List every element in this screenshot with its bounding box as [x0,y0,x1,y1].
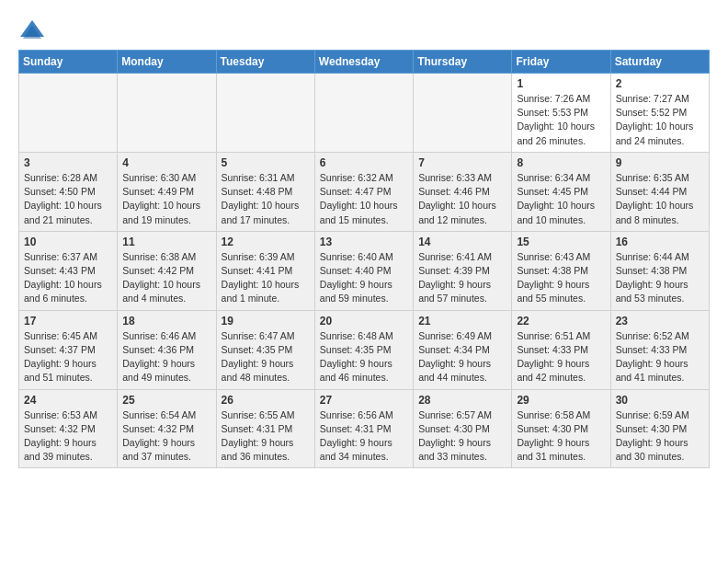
day-number: 17 [24,315,112,327]
calendar-cell: 8Sunrise: 6:34 AM Sunset: 4:45 PM Daylig… [512,152,610,231]
day-info: Sunrise: 6:33 AM Sunset: 4:46 PM Dayligh… [418,171,506,227]
calendar-cell: 4Sunrise: 6:30 AM Sunset: 4:49 PM Daylig… [118,152,216,231]
day-number: 20 [320,315,408,327]
calendar-cell: 30Sunrise: 6:59 AM Sunset: 4:30 PM Dayli… [610,389,709,468]
day-number: 2 [616,77,704,90]
calendar-cell: 7Sunrise: 6:33 AM Sunset: 4:46 PM Daylig… [414,152,512,231]
day-number: 13 [320,236,408,248]
calendar-table: SundayMondayTuesdayWednesdayThursdayFrid… [18,50,710,468]
day-info: Sunrise: 6:30 AM Sunset: 4:49 PM Dayligh… [122,171,210,227]
logo [18,18,50,40]
weekday-header: Tuesday [216,51,314,74]
day-info: Sunrise: 6:37 AM Sunset: 4:43 PM Dayligh… [24,250,112,306]
day-number: 29 [517,394,605,407]
day-number: 18 [122,315,210,327]
page-header [18,18,710,40]
day-info: Sunrise: 6:39 AM Sunset: 4:41 PM Dayligh… [222,250,310,306]
day-info: Sunrise: 6:43 AM Sunset: 4:38 PM Dayligh… [517,250,605,306]
calendar-cell: 28Sunrise: 6:57 AM Sunset: 4:30 PM Dayli… [414,389,512,468]
weekday-header: Monday [118,51,216,74]
day-number: 3 [24,156,112,169]
day-number: 7 [418,156,506,169]
calendar-cell: 26Sunrise: 6:55 AM Sunset: 4:31 PM Dayli… [216,389,314,468]
day-info: Sunrise: 6:34 AM Sunset: 4:45 PM Dayligh… [517,171,605,227]
day-info: Sunrise: 6:59 AM Sunset: 4:30 PM Dayligh… [616,408,704,465]
calendar-cell: 3Sunrise: 6:28 AM Sunset: 4:50 PM Daylig… [19,152,118,231]
calendar-cell: 6Sunrise: 6:32 AM Sunset: 4:47 PM Daylig… [314,152,413,231]
day-info: Sunrise: 6:49 AM Sunset: 4:34 PM Dayligh… [418,329,506,385]
day-info: Sunrise: 6:41 AM Sunset: 4:39 PM Dayligh… [418,250,506,306]
day-info: Sunrise: 6:51 AM Sunset: 4:33 PM Dayligh… [517,329,605,385]
day-number: 9 [616,156,704,169]
day-info: Sunrise: 6:56 AM Sunset: 4:31 PM Dayligh… [320,408,408,465]
day-info: Sunrise: 6:45 AM Sunset: 4:37 PM Dayligh… [24,329,112,385]
calendar-cell: 29Sunrise: 6:58 AM Sunset: 4:30 PM Dayli… [512,389,610,468]
weekday-header: Sunday [19,51,118,74]
calendar-cell: 12Sunrise: 6:39 AM Sunset: 4:41 PM Dayli… [216,231,314,310]
calendar-cell: 24Sunrise: 6:53 AM Sunset: 4:32 PM Dayli… [19,389,118,468]
day-number: 1 [517,77,605,90]
day-number: 28 [418,394,506,407]
calendar-cell: 18Sunrise: 6:46 AM Sunset: 4:36 PM Dayli… [118,310,216,389]
calendar-cell: 17Sunrise: 6:45 AM Sunset: 4:37 PM Dayli… [19,310,118,389]
calendar-cell: 25Sunrise: 6:54 AM Sunset: 4:32 PM Dayli… [118,389,216,468]
day-info: Sunrise: 7:26 AM Sunset: 5:53 PM Dayligh… [517,92,605,148]
calendar-cell: 2Sunrise: 7:27 AM Sunset: 5:52 PM Daylig… [610,74,709,153]
calendar-cell: 10Sunrise: 6:37 AM Sunset: 4:43 PM Dayli… [19,231,118,310]
calendar-cell: 15Sunrise: 6:43 AM Sunset: 4:38 PM Dayli… [512,231,610,310]
day-number: 12 [222,236,310,248]
day-number: 27 [320,394,408,407]
calendar-cell: 13Sunrise: 6:40 AM Sunset: 4:40 PM Dayli… [314,231,413,310]
day-number: 5 [222,156,310,169]
calendar-cell: 11Sunrise: 6:38 AM Sunset: 4:42 PM Dayli… [118,231,216,310]
day-info: Sunrise: 6:40 AM Sunset: 4:40 PM Dayligh… [320,250,408,306]
calendar-cell: 14Sunrise: 6:41 AM Sunset: 4:39 PM Dayli… [414,231,512,310]
day-number: 21 [418,315,506,327]
calendar-cell [414,74,512,153]
calendar-week-row: 24Sunrise: 6:53 AM Sunset: 4:32 PM Dayli… [19,389,710,468]
calendar-cell: 22Sunrise: 6:51 AM Sunset: 4:33 PM Dayli… [512,310,610,389]
day-number: 10 [24,236,112,248]
day-number: 30 [616,394,704,407]
day-info: Sunrise: 6:31 AM Sunset: 4:48 PM Dayligh… [222,171,310,227]
calendar-cell: 19Sunrise: 6:47 AM Sunset: 4:35 PM Dayli… [216,310,314,389]
calendar-cell: 23Sunrise: 6:52 AM Sunset: 4:33 PM Dayli… [610,310,709,389]
calendar-cell: 21Sunrise: 6:49 AM Sunset: 4:34 PM Dayli… [414,310,512,389]
calendar-cell [216,74,314,153]
day-info: Sunrise: 6:38 AM Sunset: 4:42 PM Dayligh… [122,250,210,306]
day-number: 6 [320,156,408,169]
calendar-cell: 20Sunrise: 6:48 AM Sunset: 4:35 PM Dayli… [314,310,413,389]
weekday-header: Saturday [610,51,709,74]
day-info: Sunrise: 6:52 AM Sunset: 4:33 PM Dayligh… [616,329,704,385]
day-info: Sunrise: 6:57 AM Sunset: 4:30 PM Dayligh… [418,408,506,465]
day-info: Sunrise: 6:55 AM Sunset: 4:31 PM Dayligh… [222,408,310,465]
day-info: Sunrise: 7:27 AM Sunset: 5:52 PM Dayligh… [616,92,704,148]
calendar-week-row: 17Sunrise: 6:45 AM Sunset: 4:37 PM Dayli… [19,310,710,389]
calendar-week-row: 10Sunrise: 6:37 AM Sunset: 4:43 PM Dayli… [19,231,710,310]
calendar-cell: 27Sunrise: 6:56 AM Sunset: 4:31 PM Dayli… [314,389,413,468]
day-number: 23 [616,315,704,327]
day-info: Sunrise: 6:48 AM Sunset: 4:35 PM Dayligh… [320,329,408,385]
weekday-header: Friday [512,51,610,74]
logo-icon [18,18,46,40]
day-number: 4 [122,156,210,169]
calendar-cell [118,74,216,153]
day-number: 8 [517,156,605,169]
day-number: 15 [517,236,605,248]
calendar-cell: 16Sunrise: 6:44 AM Sunset: 4:38 PM Dayli… [610,231,709,310]
day-info: Sunrise: 6:44 AM Sunset: 4:38 PM Dayligh… [616,250,704,306]
day-number: 24 [24,394,112,407]
calendar-cell: 1Sunrise: 7:26 AM Sunset: 5:53 PM Daylig… [512,74,610,153]
calendar-cell [19,74,118,153]
day-info: Sunrise: 6:32 AM Sunset: 4:47 PM Dayligh… [320,171,408,227]
day-info: Sunrise: 6:58 AM Sunset: 4:30 PM Dayligh… [517,408,605,465]
day-number: 14 [418,236,506,248]
weekday-header: Wednesday [314,51,413,74]
day-info: Sunrise: 6:28 AM Sunset: 4:50 PM Dayligh… [24,171,112,227]
day-info: Sunrise: 6:47 AM Sunset: 4:35 PM Dayligh… [222,329,310,385]
calendar-cell: 5Sunrise: 6:31 AM Sunset: 4:48 PM Daylig… [216,152,314,231]
weekday-header: Thursday [414,51,512,74]
calendar-week-row: 3Sunrise: 6:28 AM Sunset: 4:50 PM Daylig… [19,152,710,231]
day-info: Sunrise: 6:35 AM Sunset: 4:44 PM Dayligh… [616,171,704,227]
calendar-week-row: 1Sunrise: 7:26 AM Sunset: 5:53 PM Daylig… [19,74,710,153]
